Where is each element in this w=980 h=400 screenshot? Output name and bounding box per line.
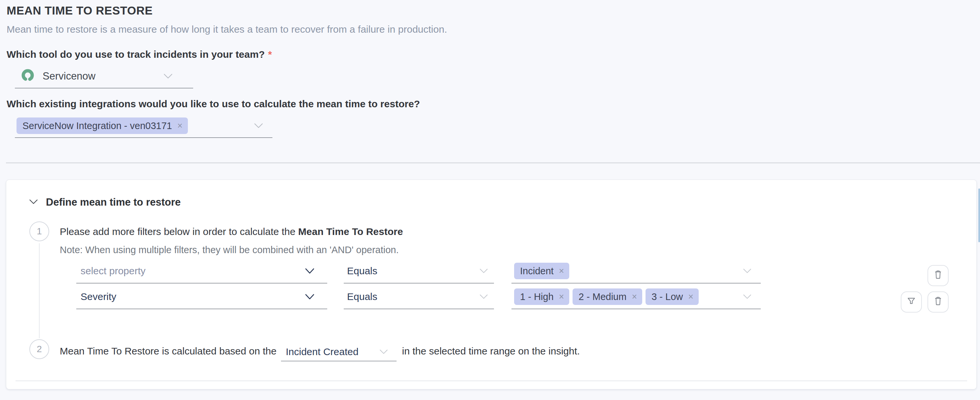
operator-select-value: Equals (347, 265, 377, 276)
step-2-text-after: in the selected time range on the insigh… (402, 343, 580, 357)
filter-row: select property Equals Incident × (76, 259, 761, 284)
operator-select[interactable]: Equals (344, 259, 494, 284)
chevron-down-icon (743, 294, 751, 299)
chevron-down-icon (305, 294, 315, 300)
step-2-row: Mean Time To Restore is calculated based… (60, 343, 580, 361)
chevron-down-icon (254, 123, 263, 129)
property-select[interactable]: Severity (76, 285, 327, 309)
chip-remove-icon[interactable]: × (688, 292, 694, 301)
mean-time-to-restore-page: MEAN TIME TO RESTORE Mean time to restor… (0, 0, 980, 400)
chevron-down-icon (479, 294, 488, 299)
step-1-note: Note: When using multiple filters, they … (60, 244, 399, 256)
values-multiselect[interactable]: 1 - High × 2 - Medium × 3 - Low × (511, 285, 761, 309)
value-chip: 3 - Low × (646, 289, 699, 305)
value-chip-label: 2 - Medium (579, 291, 626, 302)
chevron-down-icon (29, 199, 38, 206)
integration-chip: ServiceNow Integration - ven03171 × (16, 117, 188, 134)
integrations-question-label: Which existing integrations would you li… (6, 98, 420, 110)
filters-list: select property Equals Incident × (76, 259, 761, 311)
page-subtitle: Mean time to restore is a measure of how… (6, 24, 447, 35)
filter-values-button[interactable] (901, 291, 922, 313)
integration-chip-label: ServiceNow Integration - ven03171 (22, 121, 172, 131)
values-multiselect[interactable]: Incident × (511, 259, 761, 284)
chip-remove-icon[interactable]: × (559, 292, 564, 301)
step-2-badge: 2 (29, 339, 49, 359)
chevron-down-icon (305, 268, 315, 274)
value-chip-label: Incident (520, 266, 554, 276)
property-select[interactable]: select property (76, 259, 327, 284)
step-1-badge: 1 (29, 221, 49, 241)
filter-row: Severity Equals 1 - High × (76, 285, 761, 309)
definition-card: Define mean time to restore 1 Please add… (6, 179, 977, 389)
chip-remove-icon[interactable]: × (177, 121, 183, 130)
value-chip: 2 - Medium × (573, 289, 642, 305)
value-chip-label: 3 - Low (651, 291, 683, 302)
servicenow-logo-icon (21, 69, 35, 84)
chip-remove-icon[interactable]: × (559, 267, 564, 276)
value-chip: 1 - High × (514, 289, 569, 305)
value-chip-label: 1 - High (520, 291, 554, 302)
step-1-instruction: Please add more filters below in order t… (60, 226, 403, 237)
funnel-icon (906, 296, 916, 308)
value-chip: Incident × (514, 263, 569, 279)
panel-title: Define mean time to restore (46, 196, 181, 208)
delete-filter-button[interactable] (928, 265, 949, 286)
vertical-scrollbar-thumb[interactable] (978, 189, 980, 242)
section-divider (6, 162, 980, 163)
event-select-value: Incident Created (286, 346, 358, 357)
tool-select-value: Servicenow (43, 70, 95, 82)
step-1-instruction-bold: Mean Time To Restore (298, 226, 403, 237)
step-connector-line (39, 243, 40, 338)
step-2-text-before: Mean Time To Restore is calculated based… (60, 343, 276, 357)
page-title: MEAN TIME TO RESTORE (6, 4, 153, 17)
property-select-value: Severity (81, 291, 116, 302)
chevron-down-icon (379, 349, 388, 354)
trash-icon (933, 296, 943, 308)
integrations-select[interactable]: ServiceNow Integration - ven03171 × (15, 114, 272, 138)
chevron-down-icon (164, 74, 173, 79)
property-select-placeholder: select property (81, 265, 146, 276)
chevron-down-icon (743, 268, 751, 274)
event-select[interactable]: Incident Created (281, 343, 396, 361)
tool-select[interactable]: Servicenow (15, 65, 193, 89)
tool-question-label: Which tool do you use to track incidents… (6, 49, 272, 60)
operator-select[interactable]: Equals (344, 285, 494, 309)
delete-filter-button[interactable] (928, 291, 949, 313)
operator-select-value: Equals (347, 291, 377, 302)
required-asterisk: * (268, 49, 272, 60)
trash-icon (933, 270, 943, 281)
collapse-toggle[interactable]: Define mean time to restore (29, 196, 181, 208)
chevron-down-icon (479, 268, 488, 274)
card-bottom-divider (16, 381, 967, 381)
chip-remove-icon[interactable]: × (632, 292, 637, 301)
